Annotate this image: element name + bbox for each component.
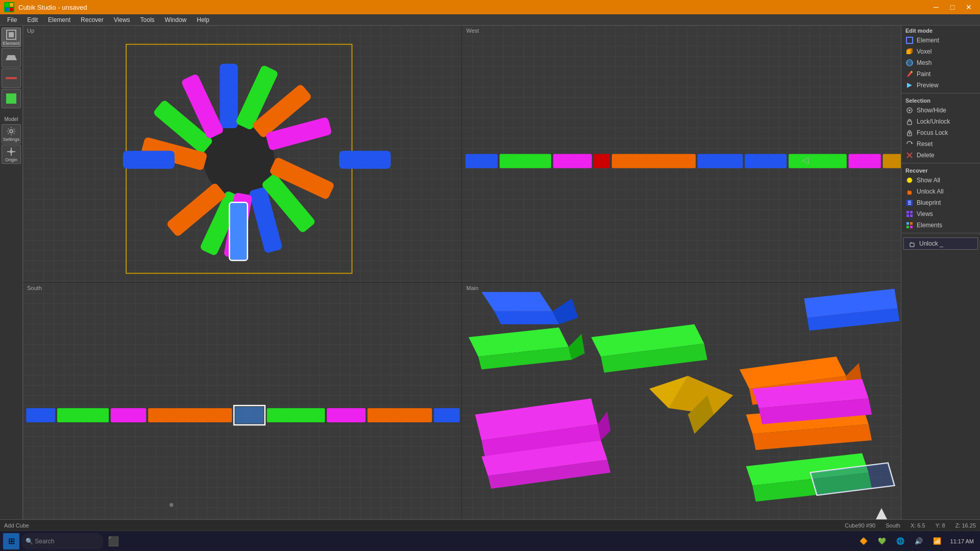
viewport-south-label: South [27, 285, 42, 291]
title-text: Cubik Studio - unsaved [18, 4, 87, 11]
preview-icon [905, 81, 914, 89]
svg-point-94 [911, 71, 913, 73]
mesh-label: Mesh [917, 59, 931, 66]
settings-label: Settings [3, 137, 20, 142]
panel-voxel[interactable]: Voxel [901, 46, 980, 57]
svg-rect-116 [906, 226, 909, 228]
svg-rect-32 [499, 154, 551, 169]
toolbar-settings[interactable]: Settings [2, 124, 21, 143]
svg-rect-44 [111, 408, 146, 422]
svg-rect-45 [148, 408, 232, 422]
element-label: Element [917, 37, 939, 44]
status-z: Z: 16.25 [955, 522, 976, 529]
svg-point-12 [10, 150, 13, 153]
divider-2 [901, 163, 980, 163]
svg-rect-111 [910, 211, 913, 213]
toolbar-origin[interactable]: Origin [2, 145, 21, 164]
viewport-up[interactable]: Up [23, 26, 462, 282]
reset-icon [905, 140, 914, 148]
toolbar-element[interactable]: Element [2, 28, 21, 47]
taskbar-start[interactable]: ⊞ [3, 533, 19, 549]
svg-rect-39 [849, 154, 881, 169]
svg-rect-112 [906, 214, 909, 217]
statusbar: Add Cube Cube90 #90 South X: 6.5 Y: 8 Z:… [0, 519, 980, 531]
menu-recover[interactable]: Recover [76, 15, 109, 25]
menu-edit[interactable]: Edit [22, 15, 43, 25]
menu-file[interactable]: File [2, 15, 22, 25]
lock-unlock-icon [905, 117, 914, 126]
panel-show-all[interactable]: Show All [901, 175, 980, 186]
taskbar-tray-2[interactable]: 💚 [874, 533, 890, 549]
panel-paint[interactable]: Paint [901, 68, 980, 80]
viewport-main[interactable]: Main [462, 283, 901, 540]
panel-element[interactable]: Element [901, 35, 980, 46]
reset-label: Reset [917, 140, 933, 148]
toolbar-line[interactable] [2, 68, 21, 88]
status-x: X: 6.5 [911, 522, 925, 529]
panel-unlock-underscore[interactable]: Unlock _ [903, 237, 978, 250]
close-button[interactable]: ✕ [962, 2, 976, 12]
taskbar-view[interactable]: ⬛ [105, 533, 122, 549]
svg-rect-7 [6, 77, 17, 79]
recover-title: Recover [901, 165, 980, 175]
svg-rect-115 [910, 222, 913, 225]
toolbar-element-label: Element [3, 41, 19, 46]
show-all-icon [905, 176, 914, 184]
taskbar: ⊞ 🔍 Search ⬛ 🔶 💚 🌐 🔊 📶 11:17 AM [0, 531, 980, 551]
selection-title: Selection [901, 95, 980, 105]
panel-reset[interactable]: Reset [901, 138, 980, 150]
minimize-button[interactable]: ─ [929, 2, 943, 12]
svg-point-97 [909, 109, 911, 111]
svg-point-9 [10, 130, 13, 133]
taskbar-tray-3[interactable]: 🌐 [892, 533, 909, 549]
show-hide-label: Show/Hide [917, 107, 946, 114]
viewport-west-label: West [466, 28, 479, 34]
edit-mode-title: Edit mode [901, 26, 980, 35]
titlebar-left: Cubik Studio - unsaved [4, 2, 87, 12]
svg-marker-65 [568, 334, 585, 360]
panel-mesh[interactable]: Mesh [901, 57, 980, 68]
toolbar-color[interactable] [2, 89, 21, 108]
voxel-icon [905, 47, 914, 56]
panel-elements[interactable]: Elements [901, 220, 980, 231]
menu-element[interactable]: Element [43, 15, 76, 25]
maximize-button[interactable]: □ [945, 2, 960, 12]
panel-lock-unlock[interactable]: Lock/Unlock [901, 116, 980, 127]
element-icon [905, 36, 914, 44]
left-toolbar: Element Model Settings Ori [0, 26, 23, 540]
cursor-indicator: ◁ [802, 154, 809, 165]
taskbar-clock: 11:17 AM [946, 538, 978, 544]
toolbar-plane[interactable] [2, 48, 21, 67]
menu-window[interactable]: Window [160, 15, 192, 25]
viewport-west[interactable]: West ◁ [462, 26, 901, 282]
viewport-south[interactable]: South [23, 283, 462, 540]
preview-label: Preview [917, 82, 939, 89]
focus-lock-icon [905, 129, 914, 137]
unlock-all-label: Unlock All [917, 188, 944, 195]
taskbar-tray-1[interactable]: 🔶 [855, 533, 872, 549]
panel-focus-lock[interactable]: Focus Lock [901, 127, 980, 138]
menu-tools[interactable]: Tools [135, 15, 160, 25]
panel-delete[interactable]: Delete [901, 150, 980, 161]
panel-views[interactable]: Views [901, 208, 980, 220]
menu-views[interactable]: Views [109, 15, 135, 25]
taskbar-tray-4[interactable]: 🔊 [911, 533, 927, 549]
panel-preview[interactable]: Preview [901, 80, 980, 91]
panel-show-hide[interactable]: Show/Hide [901, 105, 980, 116]
svg-rect-118 [910, 243, 914, 247]
taskbar-search[interactable]: 🔍 Search [21, 533, 103, 549]
svg-rect-15 [220, 64, 237, 128]
taskbar-tray-wifi[interactable]: 📶 [929, 533, 945, 549]
voxel-label: Voxel [917, 48, 931, 55]
delete-label: Delete [917, 152, 935, 159]
menu-help[interactable]: Help [192, 15, 214, 25]
svg-rect-1 [10, 3, 13, 7]
svg-rect-0 [5, 3, 9, 7]
show-all-label: Show All [917, 177, 940, 184]
status-direction: South [886, 522, 900, 529]
panel-unlock-all[interactable]: Unlock All [901, 186, 980, 197]
panel-blueprint[interactable]: Blueprint [901, 197, 980, 208]
svg-rect-110 [906, 211, 909, 213]
focus-lock-label: Focus Lock [917, 129, 948, 136]
svg-rect-38 [788, 154, 847, 169]
